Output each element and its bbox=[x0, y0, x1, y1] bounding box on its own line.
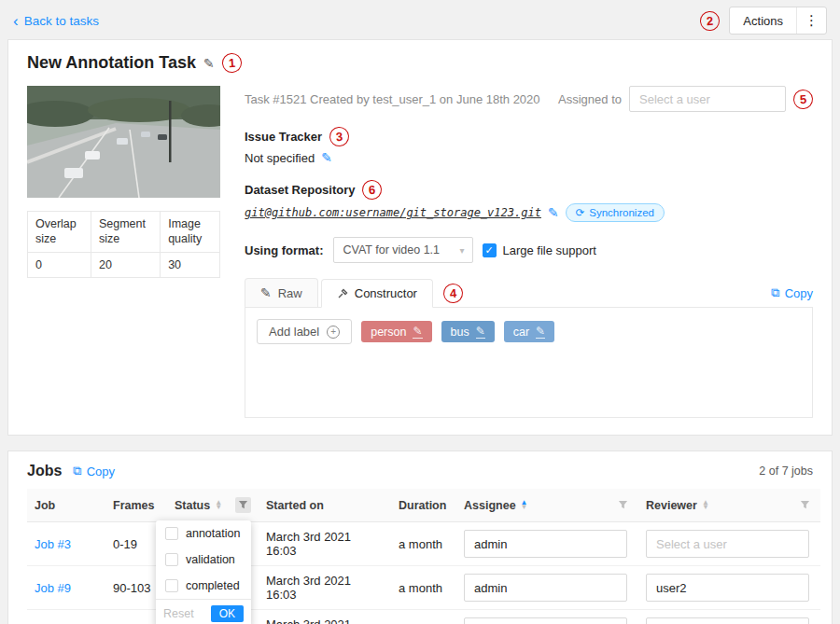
jobs-count: 2 of 7 jobs bbox=[759, 465, 813, 478]
plus-circle-icon: + bbox=[327, 326, 340, 339]
annotation-circle-1: 1 bbox=[221, 52, 242, 73]
task-meta: Task #1521 Created by test_user_1 on Jun… bbox=[245, 92, 540, 106]
label-tag-car-name: car bbox=[513, 326, 529, 339]
col-header-job: Job bbox=[27, 489, 105, 522]
param-header-overlap: Overlap size bbox=[28, 212, 91, 253]
jobs-copy-label: Copy bbox=[87, 465, 115, 478]
tab-constructor[interactable]: Constructor bbox=[321, 279, 433, 308]
job-link[interactable]: Job #9 bbox=[35, 581, 71, 595]
annotation-circle-4: 4 bbox=[442, 283, 463, 303]
job-link[interactable]: Job #3 bbox=[35, 537, 71, 551]
assignee-input[interactable] bbox=[464, 617, 627, 624]
filter-option-completed[interactable]: completed bbox=[156, 573, 251, 599]
reviewer-input[interactable] bbox=[646, 530, 809, 558]
edit-issue-tracker-icon[interactable]: ✎ bbox=[321, 150, 332, 165]
edit-label-icon[interactable]: ✎ bbox=[536, 325, 545, 339]
build-icon bbox=[337, 288, 348, 299]
sort-icon[interactable]: ▲▼ bbox=[215, 501, 222, 509]
sort-icon[interactable]: ▲▼ bbox=[521, 501, 528, 509]
sync-status-label: Synchronized bbox=[589, 207, 654, 218]
col-header-started: Started on bbox=[259, 489, 391, 522]
filter-reset-button[interactable]: Reset bbox=[163, 607, 194, 620]
format-select-value: CVAT for video 1.1 bbox=[343, 243, 441, 257]
assignee-input[interactable] bbox=[464, 530, 627, 558]
table-row: Job #3 0-19 March 3rd 2021 16:03 a month bbox=[27, 522, 820, 566]
reviewer-input[interactable] bbox=[646, 617, 809, 624]
add-label-button[interactable]: Add label + bbox=[257, 319, 352, 344]
sort-icon[interactable]: ▲▼ bbox=[702, 501, 709, 509]
back-link-label: Back to tasks bbox=[24, 14, 99, 28]
param-value-overlap: 0 bbox=[28, 253, 91, 278]
actions-button-label: Actions bbox=[730, 7, 796, 34]
param-header-segment: Segment size bbox=[91, 212, 160, 253]
checkbox-icon[interactable] bbox=[165, 579, 178, 592]
status-filter-dropdown: annotation validation completed Reset OK bbox=[156, 520, 251, 624]
reviewer-input[interactable] bbox=[646, 574, 809, 602]
jobs-table: Job Frames Status ▲▼ Started on Duration bbox=[27, 489, 820, 624]
filter-option-validation[interactable]: validation bbox=[156, 547, 251, 573]
annotation-circle-5: 5 bbox=[792, 89, 813, 109]
assigned-to-input[interactable] bbox=[629, 86, 786, 112]
filter-ok-button[interactable]: OK bbox=[211, 605, 244, 622]
sync-status-badge: ⟳ Synchronized bbox=[566, 203, 665, 222]
col-header-frames: Frames bbox=[105, 489, 167, 522]
tab-raw[interactable]: ✎ Raw bbox=[245, 278, 318, 307]
label-tag-bus[interactable]: bus ✎ bbox=[441, 321, 495, 342]
pencil-icon: ✎ bbox=[260, 285, 272, 300]
back-to-tasks-link[interactable]: ‹ Back to tasks bbox=[13, 13, 99, 29]
annotation-circle-2: 2 bbox=[700, 10, 721, 31]
copy-icon: ⧉ bbox=[771, 285, 779, 300]
task-preview-image bbox=[27, 86, 220, 198]
filter-icon[interactable] bbox=[235, 497, 251, 513]
labels-copy-button[interactable]: ⧉ Copy bbox=[771, 285, 813, 300]
filter-option-annotation[interactable]: annotation bbox=[156, 520, 251, 547]
chevron-down-icon: ▾ bbox=[459, 245, 464, 256]
col-header-assignee: Assignee ▲▼ bbox=[456, 489, 638, 522]
started-cell: March 3rd 2021 16:03 bbox=[259, 522, 391, 566]
checkbox-icon[interactable] bbox=[165, 527, 178, 540]
edit-task-name-icon[interactable]: ✎ bbox=[203, 56, 215, 71]
label-tag-person-name: person bbox=[371, 326, 406, 339]
large-file-support-checkbox[interactable]: ✓ Large file support bbox=[483, 243, 596, 257]
label-tag-bus-name: bus bbox=[451, 326, 469, 339]
task-params-table: Overlap size Segment size Image quality … bbox=[27, 211, 220, 278]
task-title: New Annotation Task bbox=[27, 53, 196, 73]
actions-button[interactable]: Actions ⋮ bbox=[729, 7, 827, 35]
copy-icon: ⧉ bbox=[73, 464, 81, 478]
format-select[interactable]: CVAT for video 1.1 ▾ bbox=[333, 237, 473, 263]
edit-label-icon[interactable]: ✎ bbox=[413, 325, 422, 339]
more-actions-icon[interactable]: ⋮ bbox=[796, 7, 826, 34]
issue-tracker-label: Issue Tracker bbox=[245, 130, 322, 144]
assignee-input[interactable] bbox=[464, 574, 627, 602]
labels-copy-label: Copy bbox=[785, 286, 813, 300]
issue-tracker-value: Not specified bbox=[245, 151, 315, 165]
chevron-left-icon: ‹ bbox=[13, 13, 19, 29]
filter-icon[interactable] bbox=[615, 497, 631, 513]
tab-constructor-label: Constructor bbox=[355, 286, 417, 300]
param-value-segment: 20 bbox=[91, 253, 160, 278]
jobs-copy-button[interactable]: ⧉ Copy bbox=[73, 464, 115, 478]
label-tag-person[interactable]: person ✎ bbox=[361, 321, 431, 342]
duration-cell: a month bbox=[391, 566, 456, 610]
param-value-quality: 30 bbox=[161, 253, 220, 278]
param-header-quality: Image quality bbox=[161, 212, 220, 253]
col-header-status: Status ▲▼ bbox=[167, 489, 259, 522]
started-cell: March 3rd 2021 16:03 bbox=[259, 566, 391, 610]
checkbox-icon[interactable] bbox=[165, 553, 178, 566]
topbar: ‹ Back to tasks 2 Actions ⋮ bbox=[0, 0, 840, 39]
duration-cell: a month bbox=[391, 522, 456, 566]
checkbox-checked-icon: ✓ bbox=[483, 243, 497, 257]
annotation-circle-6: 6 bbox=[362, 179, 383, 200]
tab-raw-label: Raw bbox=[278, 286, 302, 300]
label-tag-car[interactable]: car ✎ bbox=[504, 321, 554, 342]
edit-label-icon[interactable]: ✎ bbox=[476, 325, 485, 339]
repository-url: git@github.com:username/git_storage_v123… bbox=[245, 206, 541, 219]
sync-icon: ⟳ bbox=[576, 206, 585, 219]
table-row: Job #9 90-103 March 3rd 2021 16:03 a mon… bbox=[27, 566, 820, 610]
large-file-support-label: Large file support bbox=[503, 243, 596, 257]
edit-repository-icon[interactable]: ✎ bbox=[548, 205, 559, 220]
annotation-circle-3: 3 bbox=[329, 126, 349, 146]
task-card: New Annotation Task ✎ 1 bbox=[7, 39, 833, 436]
filter-icon[interactable] bbox=[797, 497, 813, 513]
format-label: Using format: bbox=[245, 243, 324, 257]
